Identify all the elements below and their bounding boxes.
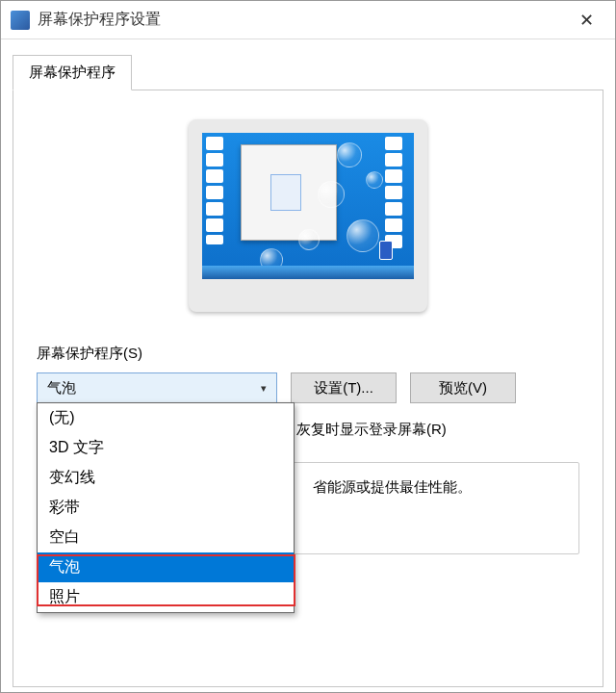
controls-row: 气泡 ▾ 设置(T)... 预览(V) (无) 3D 文字 变幻线 彩带 空白 … [37,372,579,403]
app-icon [11,11,30,30]
screensaver-group-label: 屏幕保护程序(S) [37,345,579,363]
titlebar: 屏幕保护程序设置 ✕ [1,1,615,39]
tab-panel: 屏幕保护程序(S) 气泡 ▾ 设置(T)... 预览(V) (无) 3D 文字 … [13,90,603,687]
preview-badge [379,241,393,260]
content-area: 屏幕保护程序 [1,39,615,693]
preview-area [37,119,579,312]
preview-button[interactable]: 预览(V) [410,372,516,403]
tab-strip: 屏幕保护程序 [13,55,603,90]
dropdown-item-none[interactable]: (无) [38,403,294,433]
tab-screensaver[interactable]: 屏幕保护程序 [13,55,132,90]
screensaver-dropdown[interactable]: (无) 3D 文字 变幻线 彩带 空白 气泡 照片 [37,402,295,613]
dropdown-item-ribbons[interactable]: 彩带 [38,493,294,523]
dropdown-item-mystify[interactable]: 变幻线 [38,463,294,493]
combo-value: 气泡 [47,379,76,398]
monitor-screen [202,133,414,279]
dropdown-item-photos[interactable]: 照片 [38,582,294,612]
desktop-icons-left [202,133,239,279]
settings-button[interactable]: 设置(T)... [291,372,397,403]
dropdown-item-bubbles[interactable]: 气泡 [38,552,294,582]
chevron-down-icon: ▾ [261,382,267,395]
close-button[interactable]: ✕ [567,1,605,39]
preview-taskbar [202,266,414,279]
dropdown-item-3dtext[interactable]: 3D 文字 [38,433,294,463]
dropdown-item-blank[interactable]: 空白 [38,523,294,552]
close-icon: ✕ [579,10,594,31]
window-title: 屏幕保护程序设置 [38,10,161,30]
dialog-window: 屏幕保护程序设置 ✕ 屏幕保护程序 [0,0,616,693]
monitor-preview [189,119,427,312]
screensaver-combo[interactable]: 气泡 ▾ [37,372,277,403]
